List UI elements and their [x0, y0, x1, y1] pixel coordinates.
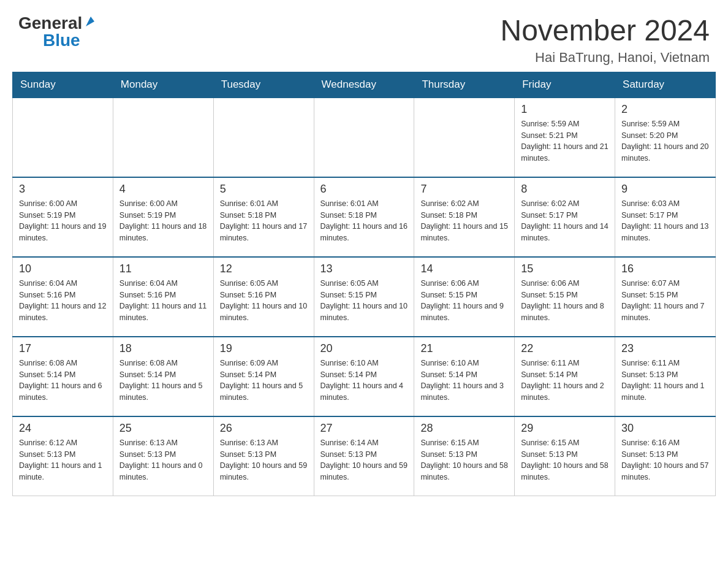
day-number: 29 — [521, 422, 609, 435]
calendar-cell: 27Sunrise: 6:14 AMSunset: 5:13 PMDayligh… — [314, 416, 414, 496]
sun-info: Sunrise: 6:02 AMSunset: 5:17 PMDaylight:… — [521, 198, 609, 244]
calendar-cell: 13Sunrise: 6:05 AMSunset: 5:15 PMDayligh… — [314, 257, 414, 337]
header-wednesday: Wednesday — [314, 72, 414, 98]
sun-info: Sunrise: 6:07 AMSunset: 5:15 PMDaylight:… — [621, 278, 709, 324]
title-block: November 2024 Hai BaTrung, Hanoi, Vietna… — [500, 15, 710, 66]
sun-info: Sunrise: 6:14 AMSunset: 5:13 PMDaylight:… — [320, 437, 408, 483]
calendar-cell — [314, 98, 414, 177]
calendar-cell: 25Sunrise: 6:13 AMSunset: 5:13 PMDayligh… — [113, 416, 213, 496]
calendar-wrapper: Sunday Monday Tuesday Wednesday Thursday… — [0, 72, 728, 509]
sun-info: Sunrise: 6:06 AMSunset: 5:15 PMDaylight:… — [420, 278, 508, 324]
day-number: 22 — [521, 342, 609, 355]
sun-info: Sunrise: 6:01 AMSunset: 5:18 PMDaylight:… — [220, 198, 308, 244]
sun-info: Sunrise: 6:04 AMSunset: 5:16 PMDaylight:… — [119, 278, 207, 324]
calendar-week-row: 24Sunrise: 6:12 AMSunset: 5:13 PMDayligh… — [13, 416, 716, 496]
day-number: 14 — [420, 262, 508, 275]
calendar-week-row: 1Sunrise: 5:59 AMSunset: 5:21 PMDaylight… — [13, 98, 716, 177]
calendar-cell: 9Sunrise: 6:03 AMSunset: 5:17 PMDaylight… — [615, 177, 716, 257]
sun-info: Sunrise: 6:16 AMSunset: 5:13 PMDaylight:… — [621, 437, 709, 483]
calendar-cell: 3Sunrise: 6:00 AMSunset: 5:19 PMDaylight… — [13, 177, 113, 257]
sun-info: Sunrise: 6:11 AMSunset: 5:14 PMDaylight:… — [521, 358, 609, 404]
svg-marker-0 — [86, 17, 94, 26]
calendar-cell: 5Sunrise: 6:01 AMSunset: 5:18 PMDaylight… — [213, 177, 314, 257]
day-number: 11 — [119, 262, 207, 275]
day-number: 28 — [420, 422, 508, 435]
day-number: 13 — [320, 262, 408, 275]
sun-info: Sunrise: 6:15 AMSunset: 5:13 PMDaylight:… — [420, 437, 508, 483]
day-number: 7 — [420, 183, 508, 196]
weekday-header-row: Sunday Monday Tuesday Wednesday Thursday… — [13, 72, 716, 98]
calendar-week-row: 10Sunrise: 6:04 AMSunset: 5:16 PMDayligh… — [13, 257, 716, 337]
calendar-cell: 4Sunrise: 6:00 AMSunset: 5:19 PMDaylight… — [113, 177, 213, 257]
calendar-cell: 11Sunrise: 6:04 AMSunset: 5:16 PMDayligh… — [113, 257, 213, 337]
calendar-cell: 22Sunrise: 6:11 AMSunset: 5:14 PMDayligh… — [515, 337, 615, 416]
sun-info: Sunrise: 6:00 AMSunset: 5:19 PMDaylight:… — [119, 198, 207, 244]
day-number: 1 — [521, 103, 609, 116]
sun-info: Sunrise: 6:04 AMSunset: 5:16 PMDaylight:… — [19, 278, 107, 324]
day-number: 20 — [320, 342, 408, 355]
calendar-header: Sunday Monday Tuesday Wednesday Thursday… — [13, 72, 716, 98]
logo-blue-text: Blue — [43, 31, 80, 50]
calendar-cell: 23Sunrise: 6:11 AMSunset: 5:13 PMDayligh… — [615, 337, 716, 416]
sun-info: Sunrise: 6:05 AMSunset: 5:16 PMDaylight:… — [220, 278, 308, 324]
sun-info: Sunrise: 6:00 AMSunset: 5:19 PMDaylight:… — [19, 198, 107, 244]
calendar-week-row: 17Sunrise: 6:08 AMSunset: 5:14 PMDayligh… — [13, 337, 716, 416]
header-tuesday: Tuesday — [213, 72, 314, 98]
calendar-cell: 10Sunrise: 6:04 AMSunset: 5:16 PMDayligh… — [13, 257, 113, 337]
day-number: 25 — [119, 422, 207, 435]
sun-info: Sunrise: 6:09 AMSunset: 5:14 PMDaylight:… — [220, 358, 308, 404]
day-number: 5 — [220, 183, 308, 196]
month-year-title: November 2024 — [500, 15, 710, 47]
calendar-cell: 28Sunrise: 6:15 AMSunset: 5:13 PMDayligh… — [414, 416, 515, 496]
sun-info: Sunrise: 6:08 AMSunset: 5:14 PMDaylight:… — [119, 358, 207, 404]
sun-info: Sunrise: 6:11 AMSunset: 5:13 PMDaylight:… — [621, 358, 709, 404]
day-number: 3 — [19, 183, 107, 196]
calendar-table: Sunday Monday Tuesday Wednesday Thursday… — [12, 72, 716, 497]
calendar-cell: 7Sunrise: 6:02 AMSunset: 5:18 PMDaylight… — [414, 177, 515, 257]
calendar-cell: 29Sunrise: 6:15 AMSunset: 5:13 PMDayligh… — [515, 416, 615, 496]
day-number: 15 — [521, 262, 609, 275]
sun-info: Sunrise: 5:59 AMSunset: 5:20 PMDaylight:… — [621, 118, 709, 164]
calendar-cell — [414, 98, 515, 177]
logo: General Blue — [18, 15, 97, 49]
day-number: 4 — [119, 183, 207, 196]
location-subtitle: Hai BaTrung, Hanoi, Vietnam — [500, 50, 710, 66]
calendar-cell: 12Sunrise: 6:05 AMSunset: 5:16 PMDayligh… — [213, 257, 314, 337]
day-number: 19 — [220, 342, 308, 355]
calendar-body: 1Sunrise: 5:59 AMSunset: 5:21 PMDaylight… — [13, 98, 716, 496]
calendar-cell: 1Sunrise: 5:59 AMSunset: 5:21 PMDaylight… — [515, 98, 615, 177]
sun-info: Sunrise: 6:10 AMSunset: 5:14 PMDaylight:… — [420, 358, 508, 404]
sun-info: Sunrise: 6:15 AMSunset: 5:13 PMDaylight:… — [521, 437, 609, 483]
calendar-cell: 26Sunrise: 6:13 AMSunset: 5:13 PMDayligh… — [213, 416, 314, 496]
header-friday: Friday — [515, 72, 615, 98]
day-number: 30 — [621, 422, 709, 435]
sun-info: Sunrise: 6:13 AMSunset: 5:13 PMDaylight:… — [119, 437, 207, 483]
logo-triangle-icon — [83, 15, 97, 31]
day-number: 16 — [621, 262, 709, 275]
day-number: 12 — [220, 262, 308, 275]
day-number: 8 — [521, 183, 609, 196]
header-thursday: Thursday — [414, 72, 515, 98]
sun-info: Sunrise: 6:02 AMSunset: 5:18 PMDaylight:… — [420, 198, 508, 244]
sun-info: Sunrise: 5:59 AMSunset: 5:21 PMDaylight:… — [521, 118, 609, 164]
day-number: 26 — [220, 422, 308, 435]
calendar-cell: 20Sunrise: 6:10 AMSunset: 5:14 PMDayligh… — [314, 337, 414, 416]
sun-info: Sunrise: 6:12 AMSunset: 5:13 PMDaylight:… — [19, 437, 107, 483]
calendar-cell — [13, 98, 113, 177]
calendar-cell: 15Sunrise: 6:06 AMSunset: 5:15 PMDayligh… — [515, 257, 615, 337]
calendar-cell: 30Sunrise: 6:16 AMSunset: 5:13 PMDayligh… — [615, 416, 716, 496]
calendar-week-row: 3Sunrise: 6:00 AMSunset: 5:19 PMDaylight… — [13, 177, 716, 257]
calendar-cell: 19Sunrise: 6:09 AMSunset: 5:14 PMDayligh… — [213, 337, 314, 416]
day-number: 10 — [19, 262, 107, 275]
sun-info: Sunrise: 6:08 AMSunset: 5:14 PMDaylight:… — [19, 358, 107, 404]
calendar-cell: 8Sunrise: 6:02 AMSunset: 5:17 PMDaylight… — [515, 177, 615, 257]
calendar-cell: 18Sunrise: 6:08 AMSunset: 5:14 PMDayligh… — [113, 337, 213, 416]
sun-info: Sunrise: 6:05 AMSunset: 5:15 PMDaylight:… — [320, 278, 408, 324]
calendar-cell: 2Sunrise: 5:59 AMSunset: 5:20 PMDaylight… — [615, 98, 716, 177]
day-number: 21 — [420, 342, 508, 355]
calendar-cell: 6Sunrise: 6:01 AMSunset: 5:18 PMDaylight… — [314, 177, 414, 257]
sun-info: Sunrise: 6:01 AMSunset: 5:18 PMDaylight:… — [320, 198, 408, 244]
day-number: 9 — [621, 183, 709, 196]
header-sunday: Sunday — [13, 72, 113, 98]
calendar-cell — [113, 98, 213, 177]
